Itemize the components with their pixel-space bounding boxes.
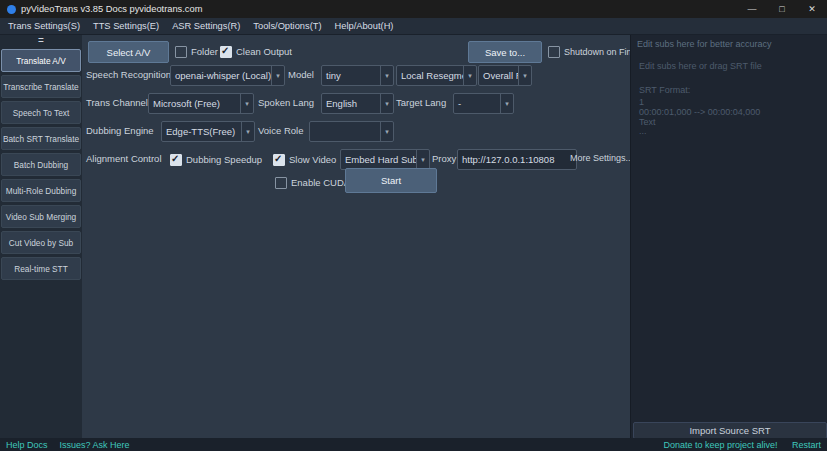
chevron-down-icon: ▾ <box>271 66 284 85</box>
embed-subs-select[interactable]: Embed Hard Subs ▾ <box>340 149 430 170</box>
enable-cuda-checkbox[interactable]: ✓ Enable CUDA? <box>275 174 355 191</box>
dubbing-engine-label: Dubbing Engine <box>86 121 154 140</box>
statusbar: Help Docs Issues? Ask Here Donate to kee… <box>0 438 827 451</box>
model-value: tiny <box>322 66 380 85</box>
srt-example-index: 1 <box>639 97 644 107</box>
menu-help-about[interactable]: Help/About(H) <box>335 21 394 31</box>
select-av-button[interactable]: Select A/V <box>88 41 169 63</box>
slow-video-checkbox[interactable]: ✓ Slow Video <box>273 151 336 168</box>
sidebar-item-translate-av[interactable]: Translate A/V <box>1 49 81 72</box>
sidebar-item-transcribe-translate[interactable]: Transcribe Translate <box>1 75 81 98</box>
dubbing-speedup-checkbox-box: ✓ <box>170 154 182 166</box>
dubbing-engine-select[interactable]: Edge-TTS(Free) ▾ <box>161 121 255 142</box>
window-controls: — □ ✕ <box>737 0 827 18</box>
embed-subs-value: Embed Hard Subs <box>341 150 416 169</box>
chevron-down-icon: ▾ <box>500 94 513 113</box>
menu-asr-settings[interactable]: ASR Settings(R) <box>172 21 240 31</box>
folder-checkbox[interactable]: ✓ Folder <box>175 43 218 60</box>
chevron-down-icon: ▾ <box>380 122 393 141</box>
spoken-lang-value: English <box>322 94 380 113</box>
check-icon: ✓ <box>221 45 229 56</box>
sidebar-item-cut-video-by-sub[interactable]: Cut Video by Sub <box>1 231 81 254</box>
voice-role-select[interactable]: ▾ <box>309 121 394 142</box>
alignment-control-label: Alignment Control <box>86 149 162 168</box>
subtitle-panel: Edit subs here for better accuracy Edit … <box>630 35 827 438</box>
clean-output-checkbox[interactable]: ✓ Clean Output <box>220 43 292 60</box>
spoken-lang-label: Spoken Lang <box>258 93 314 112</box>
overall-value: Overall Re <box>479 66 518 85</box>
minimize-button[interactable]: — <box>737 0 767 18</box>
model-select[interactable]: tiny ▾ <box>321 65 394 86</box>
slow-video-checkbox-box: ✓ <box>273 154 285 166</box>
sidebar-item-batch-dubbing[interactable]: Batch Dubbing <box>1 153 81 176</box>
target-lang-value: - <box>454 94 500 113</box>
speech-recognition-label: Speech Recognition <box>86 65 171 84</box>
close-button[interactable]: ✕ <box>797 0 827 18</box>
subtitle-hint-line: Edit subs here or drag SRT file <box>639 61 762 71</box>
resegment-value: Local Resegment <box>397 66 463 85</box>
start-button[interactable]: Start <box>345 168 437 193</box>
sidebar-item-real-time-stt[interactable]: Real-time STT <box>1 257 81 280</box>
menu-trans-settings[interactable]: Trans Settings(S) <box>8 21 80 31</box>
sidebar-collapse-toggle[interactable]: = <box>0 36 82 46</box>
dubbing-engine-value: Edge-TTS(Free) <box>162 122 241 141</box>
window-title: pyVideoTrans v3.85 Docs pyvideotrans.com <box>21 4 202 14</box>
proxy-label: Proxy <box>432 149 456 168</box>
shutdown-checkbox-box: ✓ <box>548 46 560 58</box>
chevron-down-icon: ▾ <box>463 66 476 85</box>
issues-link[interactable]: Issues? Ask Here <box>60 440 130 450</box>
help-docs-link[interactable]: Help Docs <box>6 440 48 450</box>
proxy-input[interactable]: http://127.0.0.1:10808 <box>457 149 577 170</box>
speech-recognition-select[interactable]: openai-whisper (Local) ▾ <box>170 65 285 86</box>
voice-role-label: Voice Role <box>258 121 303 140</box>
titlebar: pyVideoTrans v3.85 Docs pyvideotrans.com… <box>0 0 827 18</box>
statusbar-right: Donate to keep project alive! Restart <box>651 440 821 450</box>
dubbing-speedup-checkbox-label: Dubbing Speedup <box>186 154 262 165</box>
subtitle-hint-title: Edit subs here for better accuracy <box>637 39 772 49</box>
trans-channel-select[interactable]: Microsoft (Free) ▾ <box>148 93 254 114</box>
more-settings-link[interactable]: More Settings... <box>570 149 633 168</box>
check-icon: ✓ <box>171 153 179 164</box>
restart-link[interactable]: Restart <box>792 440 821 450</box>
subtitle-editor[interactable]: Edit subs here for better accuracy Edit … <box>631 35 827 418</box>
main-panel: Select A/V ✓ Folder ✓ Clean Output Save … <box>82 35 630 438</box>
menu-tts-settings[interactable]: TTS Settings(E) <box>93 21 159 31</box>
overall-select[interactable]: Overall Re ▾ <box>478 65 532 86</box>
model-label: Model <box>288 65 314 84</box>
chevron-down-icon: ▾ <box>518 66 531 85</box>
srt-example-time: 00:00:01,000 --> 00:00:04,000 <box>639 107 760 117</box>
save-to-button[interactable]: Save to... <box>468 41 542 63</box>
slow-video-checkbox-label: Slow Video <box>289 154 336 165</box>
voice-role-value <box>310 122 380 141</box>
app-icon <box>7 5 16 14</box>
srt-example-ellipsis: ... <box>639 126 647 136</box>
menubar: Trans Settings(S) TTS Settings(E) ASR Se… <box>0 18 827 35</box>
target-lang-select[interactable]: - ▾ <box>453 93 514 114</box>
sidebar: = Translate A/V Transcribe Translate Spe… <box>0 35 83 439</box>
sidebar-item-batch-srt-translate[interactable]: Batch SRT Translate <box>1 127 81 150</box>
clean-output-checkbox-box: ✓ <box>220 46 232 58</box>
dubbing-speedup-checkbox[interactable]: ✓ Dubbing Speedup <box>170 151 262 168</box>
chevron-down-icon: ▾ <box>380 66 393 85</box>
check-icon: ✓ <box>274 153 282 164</box>
shutdown-checkbox[interactable]: ✓ Shutdown on Finish <box>548 43 643 60</box>
app-window: pyVideoTrans v3.85 Docs pyvideotrans.com… <box>0 0 827 451</box>
trans-channel-value: Microsoft (Free) <box>149 94 240 113</box>
donate-link[interactable]: Donate to keep project alive! <box>663 440 777 450</box>
menu-tools-options[interactable]: Tools/Options(T) <box>253 21 321 31</box>
spoken-lang-select[interactable]: English ▾ <box>321 93 394 114</box>
maximize-button[interactable]: □ <box>767 0 797 18</box>
chevron-down-icon: ▾ <box>416 150 429 169</box>
sidebar-item-speech-to-text[interactable]: Speech To Text <box>1 101 81 124</box>
chevron-down-icon: ▾ <box>241 122 254 141</box>
import-source-srt-button[interactable]: Import Source SRT <box>633 422 827 439</box>
folder-checkbox-box: ✓ <box>175 46 187 58</box>
enable-cuda-checkbox-box: ✓ <box>275 177 287 189</box>
speech-recognition-value: openai-whisper (Local) <box>171 66 271 85</box>
resegment-select[interactable]: Local Resegment ▾ <box>396 65 477 86</box>
chevron-down-icon: ▾ <box>380 94 393 113</box>
sidebar-item-multi-role-dubbing[interactable]: Multi-Role Dubbing <box>1 179 81 202</box>
sidebar-item-video-sub-merging[interactable]: Video Sub Merging <box>1 205 81 228</box>
srt-format-label: SRT Format: <box>639 85 690 95</box>
folder-checkbox-label: Folder <box>191 46 218 57</box>
